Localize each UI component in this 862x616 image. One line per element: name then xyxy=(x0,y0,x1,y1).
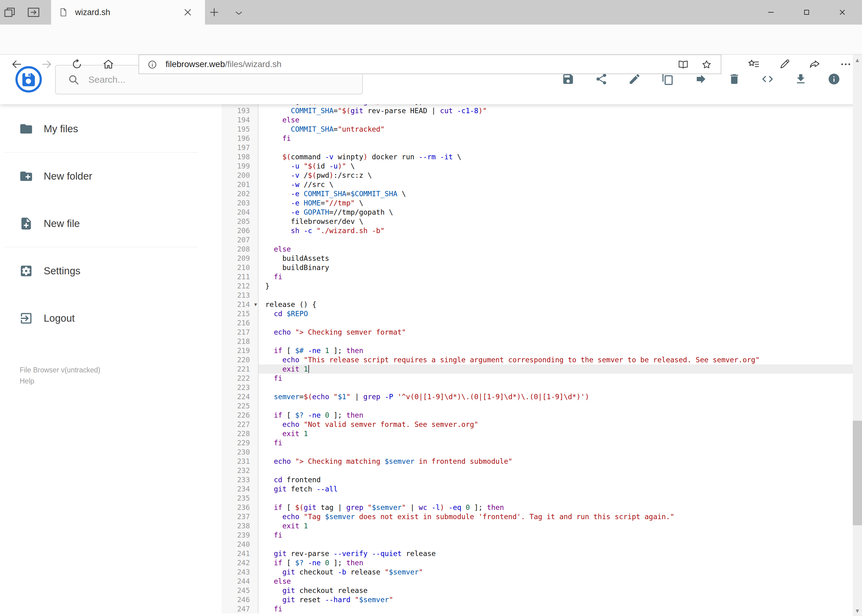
code-line[interactable]: 222 fi xyxy=(222,374,853,383)
code-line[interactable]: 227 echo "Not valid semver format. See s… xyxy=(222,420,853,429)
code-line[interactable]: 243 git checkout -b release "$semver" xyxy=(222,567,853,577)
code-line[interactable]: 208 else xyxy=(222,245,853,254)
code-line[interactable]: 214▾release () { xyxy=(222,300,853,309)
code-line[interactable]: 203 -e HOME="//tmp" \ xyxy=(222,198,853,207)
code-line[interactable]: 241 git rev-parse --verify --quiet relea… xyxy=(222,549,853,558)
code-line[interactable]: 194 else xyxy=(222,115,853,124)
sidebar-item-new-file[interactable]: New file xyxy=(0,206,222,242)
code-line[interactable]: 244 else xyxy=(222,577,853,586)
code-line[interactable]: 216 xyxy=(222,318,853,327)
page-scrollbar[interactable]: ▲ ▼ xyxy=(853,55,862,616)
code-text: git reset --hard "$semver" xyxy=(258,595,853,604)
code-line[interactable]: 239 fi xyxy=(222,531,853,540)
code-text: -e COMMIT_SHA=$COMMIT_SHA \ xyxy=(258,189,853,198)
code-line[interactable]: 233 cd frontend xyxy=(222,475,853,484)
code-line[interactable]: 206 sh -c "./wizard.sh -b" xyxy=(222,226,853,235)
sidebar-item-my-files[interactable]: My files xyxy=(0,111,222,147)
save-button[interactable] xyxy=(562,72,575,87)
code-editor[interactable]: 192 if [ "$(command -v git)" != "" ]; th… xyxy=(222,104,853,616)
hub-button[interactable] xyxy=(747,58,760,71)
code-line[interactable]: 201 -w //src \ xyxy=(222,180,853,189)
code-line[interactable]: 215 cd $REPO xyxy=(222,309,853,318)
delete-button[interactable] xyxy=(728,72,741,87)
code-line[interactable]: 204 -e GOPATH=//tmp/gopath \ xyxy=(222,207,853,217)
code-line[interactable]: 220 echo "This release script requires a… xyxy=(222,355,853,365)
sidebar-item-logout[interactable]: Logout xyxy=(0,300,222,336)
code-line[interactable]: 224 semver=$(echo "$1" | grep -P '^v(0|[… xyxy=(222,392,853,401)
code-line[interactable]: 210 buildBinary xyxy=(222,263,853,272)
code-line[interactable]: 230 xyxy=(222,448,853,457)
code-line[interactable]: 238 exit 1 xyxy=(222,521,853,531)
minimize-button[interactable] xyxy=(758,0,784,25)
close-window-button[interactable] xyxy=(829,0,856,25)
reading-view-icon[interactable] xyxy=(678,59,689,70)
refresh-button[interactable] xyxy=(71,58,83,71)
code-line[interactable]: 202 -e COMMIT_SHA=$COMMIT_SHA \ xyxy=(222,189,853,198)
code-line[interactable]: 199 -u "$(id -u)" \ xyxy=(222,162,853,171)
copy-button[interactable] xyxy=(661,72,674,87)
code-line[interactable]: 246 git reset --hard "$semver" xyxy=(222,595,853,604)
back-button[interactable] xyxy=(11,58,23,71)
share-button[interactable] xyxy=(595,72,608,87)
code-line[interactable]: 223 xyxy=(222,383,853,392)
code-line[interactable]: 237 echo "Tag $semver does not exist in … xyxy=(222,512,853,521)
code-line[interactable]: 225 xyxy=(222,401,853,410)
set-tabs-aside-button[interactable] xyxy=(3,5,17,19)
code-line[interactable]: 234 git fetch --all xyxy=(222,484,853,493)
tabs-set-aside-button[interactable] xyxy=(27,5,41,19)
code-line[interactable]: 229 fi xyxy=(222,438,853,448)
share-page-button[interactable] xyxy=(809,58,821,71)
code-line[interactable]: 212} xyxy=(222,281,853,291)
address-bar[interactable]: filebrowser.web/files/wizard.sh xyxy=(139,55,721,74)
move-button[interactable] xyxy=(695,72,708,87)
code-line[interactable]: 235 xyxy=(222,493,853,503)
code-line[interactable]: 231 echo "> Checking matching $semver in… xyxy=(222,457,853,466)
code-line[interactable]: 209 buildAssets xyxy=(222,254,853,263)
more-button[interactable] xyxy=(840,58,852,71)
raw-view-button[interactable] xyxy=(761,72,774,87)
code-line[interactable]: 232 xyxy=(222,466,853,475)
code-line[interactable]: 218 xyxy=(222,337,853,346)
code-line[interactable]: 236 if [ $(git tag | grep "$semver" | wc… xyxy=(222,503,853,512)
code-line[interactable]: 195 COMMIT_SHA="untracked" xyxy=(222,124,853,134)
download-button[interactable] xyxy=(794,72,807,87)
scrollbar-thumb[interactable] xyxy=(853,421,862,525)
code-line[interactable]: 228 exit 1 xyxy=(222,429,853,438)
code-line[interactable]: 213 xyxy=(222,291,853,300)
line-number: 212 xyxy=(222,281,258,291)
sidebar-item-new-folder[interactable]: New folder xyxy=(0,158,222,194)
code-line[interactable]: 219 if [ $# -ne 1 ]; then xyxy=(222,346,853,355)
code-line[interactable]: 240 xyxy=(222,540,853,549)
info-button[interactable] xyxy=(827,72,840,87)
code-line[interactable]: 193 COMMIT_SHA="$(git rev-parse HEAD | c… xyxy=(222,106,853,115)
browser-tab[interactable]: wizard.sh xyxy=(51,0,205,25)
code-line[interactable]: 245 git checkout release xyxy=(222,586,853,595)
scroll-down-button[interactable]: ▼ xyxy=(853,605,862,616)
new-tab-button[interactable] xyxy=(208,6,221,19)
site-info-icon[interactable] xyxy=(147,59,158,70)
annotate-button[interactable] xyxy=(778,58,791,71)
tab-close-button[interactable] xyxy=(182,7,193,18)
code-line[interactable]: 242 if [ $? -ne 0 ]; then xyxy=(222,558,853,567)
code-line[interactable]: 197 xyxy=(222,143,853,152)
code-line[interactable]: 221 exit 1 xyxy=(222,365,853,374)
code-line[interactable]: 198 $(command -v winpty) docker run --rm… xyxy=(222,152,853,162)
sidebar-item-settings[interactable]: Settings xyxy=(0,253,222,289)
code-line[interactable]: 205 filebrowser/dev \ xyxy=(222,217,853,226)
fold-arrow-icon[interactable]: ▾ xyxy=(254,300,257,309)
code-line[interactable]: 200 -v /$(pwd):/src:z \ xyxy=(222,171,853,180)
forward-button[interactable] xyxy=(41,58,53,71)
code-line[interactable]: 196 fi xyxy=(222,134,853,143)
favorite-star-icon[interactable] xyxy=(701,59,712,70)
code-line[interactable]: 217 echo "> Checking semver format" xyxy=(222,327,853,337)
help-link[interactable]: Help xyxy=(20,376,100,387)
scroll-up-button[interactable]: ▲ xyxy=(853,55,862,65)
code-line[interactable]: 247 fi xyxy=(222,604,853,614)
maximize-button[interactable] xyxy=(793,0,820,25)
code-line[interactable]: 207 xyxy=(222,235,853,245)
home-button[interactable] xyxy=(102,58,115,71)
rename-button[interactable] xyxy=(628,72,641,87)
code-line[interactable]: 226 if [ $? -ne 0 ]; then xyxy=(222,410,853,420)
tab-preview-toggle[interactable] xyxy=(233,7,244,19)
code-line[interactable]: 211 fi xyxy=(222,272,853,281)
